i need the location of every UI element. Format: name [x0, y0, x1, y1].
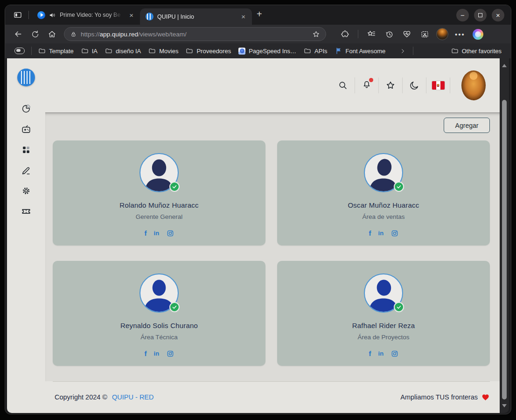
copilot-icon[interactable] — [470, 27, 485, 41]
bookmark-star-icon[interactable] — [312, 30, 320, 38]
url-text[interactable]: https://app.quipu.red/views/web/team/ — [81, 31, 308, 38]
scrollbar-down-arrow[interactable] — [502, 404, 507, 407]
lock-icon[interactable] — [70, 31, 77, 38]
language-peru-flag-icon[interactable] — [426, 77, 450, 93]
tab-audio-icon[interactable] — [49, 12, 56, 19]
window-close-button[interactable]: × — [492, 9, 504, 21]
sidebar-item-settings[interactable] — [21, 185, 32, 196]
browser-window: Prime Video: Yo soy Be × QUIPU | Inicio … — [5, 5, 511, 414]
instagram-icon[interactable] — [167, 350, 174, 357]
bookmark-label: APIs — [314, 48, 327, 55]
web-capture-icon[interactable] — [417, 27, 432, 41]
notifications-bell-icon[interactable] — [355, 77, 378, 93]
linkedin-icon[interactable]: in — [378, 230, 384, 237]
bookmark-folder-template[interactable]: Template — [35, 45, 77, 56]
member-role: Área de Proyectos — [357, 334, 409, 341]
window-maximize-button[interactable] — [474, 9, 487, 21]
team-member-card[interactable]: Oscar Muñoz Huaracc Área de ventas f in — [277, 140, 490, 245]
team-member-card[interactable]: Rolando Muñoz Huaracc Gerente General f … — [53, 140, 265, 245]
verified-badge-icon — [169, 302, 180, 312]
tagline-text: Ampliamos TUS fronteras — [400, 393, 478, 401]
browser-essentials-icon[interactable] — [399, 27, 414, 41]
favorites-bar-toggle-icon[interactable] — [11, 46, 28, 56]
divider — [450, 77, 450, 93]
new-tab-button[interactable]: + — [252, 8, 267, 21]
sidebar-item-apps[interactable] — [21, 144, 32, 155]
bookmark-folder-ia[interactable]: IA — [77, 45, 101, 56]
more-menu-icon[interactable]: ••• — [453, 27, 467, 41]
tab-activity-icon[interactable] — [10, 8, 26, 22]
add-member-button[interactable]: Agregar — [444, 118, 490, 133]
member-role: Área de ventas — [363, 213, 405, 220]
bookmarks-overflow-chevron-icon[interactable] — [396, 46, 410, 56]
bookmark-label: IA — [92, 48, 98, 55]
tab-close-icon[interactable]: × — [127, 11, 135, 20]
favorites-star-icon[interactable] — [379, 77, 402, 93]
copyright-text: Copyright 2024 © QUIPU - RED — [55, 393, 154, 401]
divider — [28, 11, 29, 19]
search-icon[interactable] — [331, 77, 355, 93]
bookmarks-bar: Template IA diseño IA Movies Proveedores… — [5, 43, 511, 58]
page-scrollbar[interactable] — [500, 58, 509, 413]
tab-close-icon[interactable]: × — [239, 12, 247, 21]
dark-mode-moon-icon[interactable] — [403, 77, 426, 93]
instagram-icon[interactable] — [167, 230, 174, 237]
bookmark-folder-proveedores[interactable]: Proveedores — [182, 45, 235, 56]
tab-title: QUIPU | Inicio — [157, 14, 236, 20]
scrollbar-up-arrow[interactable] — [502, 64, 507, 67]
facebook-icon[interactable]: f — [369, 229, 371, 237]
folder-icon — [81, 47, 89, 55]
facebook-icon[interactable]: f — [369, 350, 371, 357]
home-icon[interactable] — [44, 27, 59, 41]
browser-profile-avatar[interactable] — [435, 27, 450, 41]
ticket-icon — [21, 206, 31, 217]
sidebar-item-dashboard[interactable] — [21, 103, 32, 114]
scrollbar-thumb[interactable] — [502, 100, 507, 399]
url-scheme: https:// — [81, 31, 100, 38]
window-minimize-button[interactable]: − — [456, 9, 469, 21]
app-main: Agregar Rolando Muñoz Huar — [45, 58, 501, 413]
folder-icon — [451, 47, 459, 55]
sidebar-item-media[interactable] — [21, 124, 32, 135]
team-section: Agregar Rolando Muñoz Huar — [45, 112, 501, 381]
bookmark-font-awesome[interactable]: Font Awesome — [331, 45, 390, 56]
address-bar[interactable]: https://app.quipu.red/views/web/team/ — [64, 27, 326, 41]
linkedin-icon[interactable]: in — [378, 350, 384, 357]
tab-quipu[interactable]: QUIPU | Inicio × — [140, 8, 252, 25]
bookmark-folder-diseno-ia[interactable]: diseño IA — [101, 45, 145, 56]
user-profile-avatar[interactable] — [461, 70, 486, 100]
pie-chart-icon — [21, 104, 31, 114]
bookmark-folder-apis[interactable]: APIs — [300, 45, 331, 56]
tab-prime-video[interactable]: Prime Video: Yo soy Be × — [32, 7, 140, 23]
refresh-icon[interactable] — [28, 27, 42, 41]
verified-badge-icon — [394, 302, 404, 312]
tagline: Ampliamos TUS fronteras — [400, 393, 489, 401]
brand-link[interactable]: QUIPU - RED — [112, 393, 153, 401]
history-icon[interactable] — [382, 27, 397, 41]
prime-video-favicon — [37, 11, 45, 19]
bookmark-pagespeed[interactable]: PageSpeed Ins… — [235, 46, 300, 56]
team-member-card[interactable]: Reynaldo Solis Churano Área Técnica f in — [53, 261, 265, 366]
verified-badge-icon — [394, 182, 404, 192]
sidebar-item-tickets[interactable] — [21, 206, 32, 217]
heart-icon — [481, 393, 489, 401]
bookmark-label: PageSpeed Ins… — [249, 48, 296, 55]
folder-icon — [148, 47, 156, 55]
bookmark-folder-movies[interactable]: Movies — [145, 45, 182, 56]
back-icon[interactable] — [11, 27, 26, 41]
instagram-icon[interactable] — [391, 230, 398, 237]
extensions-icon[interactable] — [337, 27, 352, 41]
member-role: Gerente General — [136, 213, 183, 220]
favorites-icon[interactable] — [364, 27, 379, 41]
team-member-card[interactable]: Rafhael Rider Reza Área de Proyectos f i… — [277, 261, 490, 366]
bookmark-label: Other favorites — [462, 48, 502, 55]
linkedin-icon[interactable]: in — [153, 350, 159, 357]
quipu-logo[interactable] — [17, 69, 35, 86]
linkedin-icon[interactable]: in — [153, 230, 159, 237]
instagram-icon[interactable] — [391, 350, 398, 357]
folder-icon — [186, 47, 193, 55]
bookmark-other-favorites[interactable]: Other favorites — [447, 45, 505, 56]
sidebar-item-edit[interactable] — [21, 165, 32, 176]
facebook-icon[interactable]: f — [144, 229, 146, 237]
facebook-icon[interactable]: f — [144, 350, 146, 357]
